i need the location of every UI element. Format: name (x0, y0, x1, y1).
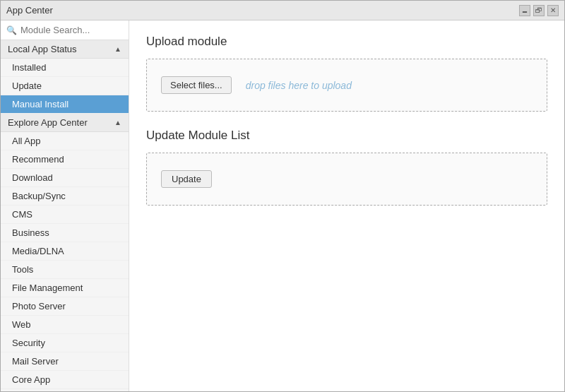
app-window: App Center 🗕 🗗 ✕ 🔍 Local App Status ▲ In… (0, 0, 565, 392)
sidebar-item-file-management[interactable]: File Management (1, 279, 129, 297)
update-button[interactable]: Update (161, 170, 212, 188)
window-controls: 🗕 🗗 ✕ (519, 5, 559, 16)
sidebar-section-explore-app-center-arrow: ▲ (114, 119, 121, 126)
sidebar-item-recommend[interactable]: Recommend (1, 150, 129, 169)
sidebar-item-photo-server[interactable]: Photo Server (1, 297, 129, 316)
maximize-button[interactable]: 🗗 (533, 5, 545, 16)
sidebar-item-web[interactable]: Web (1, 316, 129, 334)
sidebar-section-local-app-status[interactable]: Local App Status ▲ (1, 40, 129, 59)
sidebar-item-download[interactable]: Download (1, 169, 129, 187)
update-module-list-title: Update Module List (146, 129, 547, 143)
sidebar-item-manual-install[interactable]: Manual Install (1, 95, 129, 114)
sidebar-item-backup-sync[interactable]: Backup/Sync (1, 187, 129, 206)
sidebar-item-other[interactable]: Other (1, 389, 129, 391)
drop-text: drop files here to upload (246, 80, 352, 91)
sidebar-item-tools[interactable]: Tools (1, 261, 129, 279)
minimize-button[interactable]: 🗕 (519, 5, 530, 16)
upload-module-section: Upload module Select files... drop files… (146, 35, 547, 112)
upload-module-title: Upload module (146, 35, 547, 49)
search-box: 🔍 (1, 20, 129, 40)
sidebar-section-local-app-status-arrow: ▲ (114, 45, 121, 53)
upload-area: Select files... drop files here to uploa… (146, 59, 547, 112)
sidebar-section-explore-app-center[interactable]: Explore App Center ▲ (1, 114, 129, 132)
sidebar-item-core-app[interactable]: Core App (1, 371, 129, 389)
sidebar-section-local-app-status-label: Local App Status (8, 44, 77, 54)
sidebar-item-all-app[interactable]: All App (1, 132, 129, 150)
main-content: 🔍 Local App Status ▲ Installed Update Ma… (1, 20, 564, 391)
titlebar: App Center 🗕 🗗 ✕ (1, 1, 564, 20)
update-module-area: Update (146, 153, 547, 206)
select-files-button[interactable]: Select files... (161, 76, 232, 94)
main-panel: Upload module Select files... drop files… (129, 20, 564, 391)
sidebar-item-installed[interactable]: Installed (1, 59, 129, 77)
sidebar-section-explore-app-center-label: Explore App Center (8, 117, 88, 128)
sidebar-item-media-dlna[interactable]: Media/DLNA (1, 242, 129, 261)
sidebar-item-security[interactable]: Security (1, 334, 129, 352)
sidebar-item-business[interactable]: Business (1, 224, 129, 242)
close-button[interactable]: ✕ (547, 5, 559, 16)
search-input[interactable] (20, 25, 123, 35)
sidebar-item-cms[interactable]: CMS (1, 206, 129, 224)
sidebar-item-mail-server[interactable]: Mail Server (1, 352, 129, 371)
update-module-list-section: Update Module List Update (146, 129, 547, 206)
search-icon: 🔍 (6, 25, 17, 35)
sidebar-item-update[interactable]: Update (1, 77, 129, 95)
sidebar: 🔍 Local App Status ▲ Installed Update Ma… (1, 20, 129, 391)
window-title: App Center (6, 5, 53, 16)
